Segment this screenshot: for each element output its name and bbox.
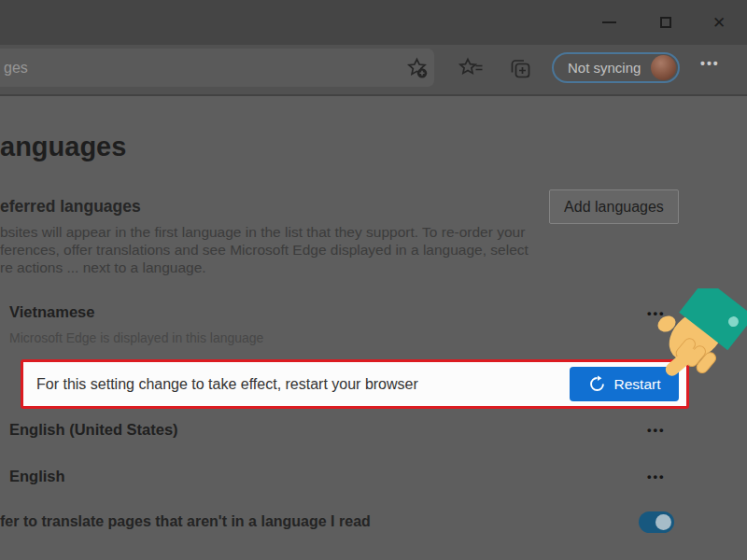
description-line: re actions ... next to a language. — [0, 259, 206, 277]
address-text: ges — [4, 49, 28, 87]
minimize-button[interactable] — [585, 0, 632, 45]
star-lines-icon — [458, 56, 484, 80]
not-syncing-button[interactable]: Not syncing — [552, 52, 680, 83]
star-plus-icon — [405, 56, 429, 79]
maximize-button[interactable] — [642, 0, 689, 45]
not-syncing-label: Not syncing — [568, 60, 641, 76]
profile-avatar[interactable] — [651, 55, 676, 80]
hand-pointer-icon — [644, 288, 747, 382]
title-bar: ✕ — [0, 0, 747, 45]
toolbar-divider — [0, 94, 747, 96]
close-button[interactable]: ✕ — [696, 0, 742, 45]
translate-offer-label: fer to translate pages that aren't in a … — [0, 513, 371, 530]
collections-icon — [508, 57, 532, 80]
restart-banner-message: For this setting change to take effect, … — [36, 376, 418, 393]
maximize-icon — [660, 17, 671, 28]
language-name-vietnamese: Vietnamese — [9, 303, 94, 321]
description-line: ferences, offer translations and see Mic… — [0, 241, 529, 259]
toggle-knob — [655, 514, 671, 530]
language-name-english-us: English (United States) — [9, 421, 178, 439]
add-favorite-button[interactable] — [404, 55, 430, 80]
more-actions-button-english[interactable]: ••• — [647, 469, 666, 483]
settings-menu-button[interactable]: ••• — [700, 56, 720, 71]
language-name-english: English — [9, 468, 65, 485]
description-line: bsites will appear in the first language… — [0, 223, 525, 242]
collections-button[interactable] — [507, 56, 533, 80]
language-subtitle: Microsoft Edge is displayed in this lang… — [9, 330, 263, 345]
page-title: anguages — [0, 132, 126, 162]
restart-icon — [588, 375, 606, 393]
address-bar[interactable]: ges — [0, 49, 434, 87]
add-languages-button[interactable]: Add languages — [549, 189, 679, 224]
minimize-icon — [602, 21, 616, 23]
restart-banner: For this setting change to take effect, … — [21, 359, 689, 409]
hand-pointer-graphic — [644, 288, 747, 385]
more-actions-button-english-us[interactable]: ••• — [647, 423, 666, 437]
favorites-button[interactable] — [457, 55, 485, 81]
preferred-languages-heading: eferred languages — [0, 197, 141, 217]
translate-toggle[interactable] — [639, 511, 674, 533]
close-icon: ✕ — [712, 15, 726, 31]
